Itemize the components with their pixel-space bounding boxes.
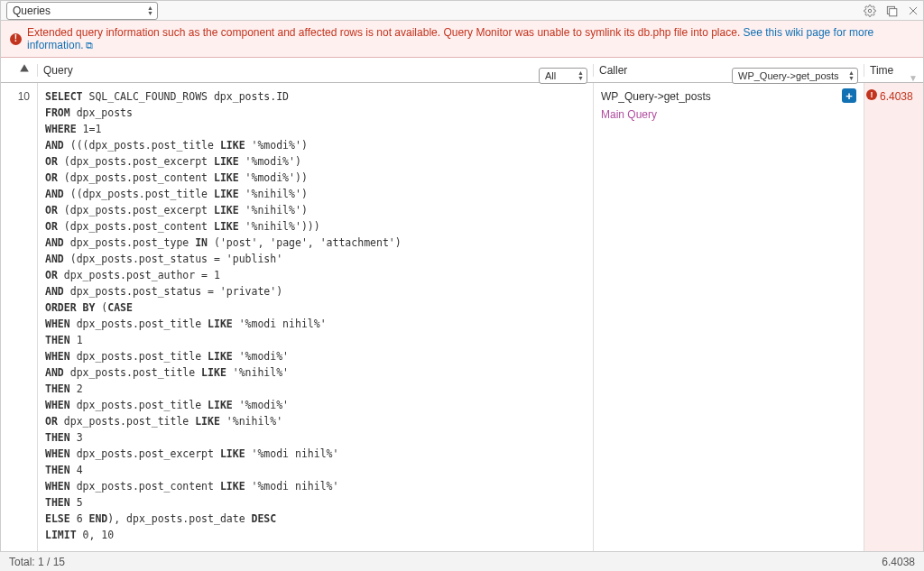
query-cell: SELECT SQL_CALC_FOUND_ROWS dpx_posts.IDF…: [37, 83, 593, 571]
caller-type: Main Query: [601, 106, 856, 123]
panel-select[interactable]: Queries ▲▼: [6, 2, 158, 20]
caller-cell: WP_Query->get_posts Main Query +: [593, 83, 864, 571]
table-header: Query All ▲▼ Caller WP_Query->get_posts …: [1, 58, 923, 83]
col-query-label: Query: [43, 64, 73, 77]
warning-icon: !: [10, 33, 22, 45]
caller-filter-label: WP_Query->get_posts: [738, 70, 839, 81]
warning-text: Extended query information such as the c…: [27, 26, 740, 39]
row-number: 10: [1, 83, 37, 571]
query-filter-label: All: [545, 70, 556, 81]
caller-filter-select[interactable]: WP_Query->get_posts ▲▼: [732, 68, 858, 84]
updown-icon: ▲▼: [578, 70, 584, 81]
slow-warning-icon: !: [866, 89, 877, 100]
warning-notice: ! Extended query information such as the…: [1, 21, 923, 58]
time-value: 6.4038: [880, 88, 913, 105]
footer-total: Total: 1 / 15: [9, 556, 65, 568]
svg-rect-2: [890, 8, 897, 15]
col-sort-num[interactable]: [1, 63, 37, 77]
sort-desc-icon: ▼: [909, 73, 918, 83]
caller-function: WP_Query->get_posts: [601, 88, 856, 105]
time-cell: ! 6.4038: [864, 83, 923, 571]
close-icon[interactable]: [907, 5, 919, 17]
col-caller: Caller WP_Query->get_posts ▲▼: [593, 64, 864, 77]
external-link-icon: ⧉: [86, 40, 93, 51]
panel-top-bar: Queries ▲▼: [1, 1, 923, 21]
panel-actions: [864, 5, 919, 17]
panel-footer: Total: 1 / 15 6.4038: [0, 551, 924, 571]
col-time[interactable]: Time ▼: [864, 64, 923, 77]
col-time-label: Time: [870, 64, 893, 77]
table-row: 10 SELECT SQL_CALC_FOUND_ROWS dpx_posts.…: [1, 83, 923, 571]
expand-caller-button[interactable]: +: [842, 88, 856, 103]
svg-marker-3: [20, 64, 29, 71]
updown-icon: ▲▼: [848, 70, 855, 81]
popout-icon[interactable]: [885, 5, 898, 17]
gear-icon[interactable]: [864, 5, 876, 17]
svg-point-0: [868, 9, 872, 13]
col-caller-label: Caller: [599, 64, 627, 77]
col-query: Query All ▲▼: [37, 64, 593, 77]
updown-icon: ▲▼: [147, 3, 153, 19]
footer-time: 6.4038: [882, 556, 915, 568]
panel-select-label: Queries: [13, 5, 51, 17]
query-filter-select[interactable]: All ▲▼: [539, 68, 587, 84]
